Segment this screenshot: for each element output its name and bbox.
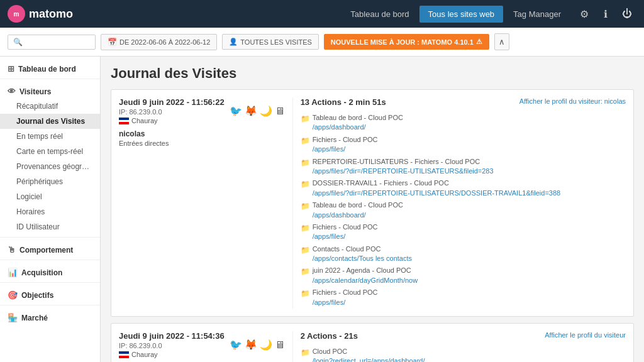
action-content-1-0: Tableau de bord - Cloud POC /apps/dashbo… — [313, 113, 626, 133]
action-link[interactable]: /login?redirect_url=/apps/dashboard/ — [313, 356, 626, 362]
collapse-button[interactable]: ∧ — [494, 33, 509, 50]
marche-icon: 🏪 — [8, 313, 18, 322]
sidebar-item-carte[interactable]: Carte en temps-réel — [0, 144, 100, 159]
nav-tableau-de-bord[interactable]: Tableau de bord — [341, 6, 418, 23]
folder-icon: 📁 — [301, 114, 310, 124]
action-title: REPERTOIRE-UTILISATEURS - Fichiers - Clo… — [313, 157, 626, 167]
logout-icon[interactable]: ⏻ — [618, 4, 636, 23]
action-content-1-5: Fichiers - Cloud POC /apps/files/ — [313, 222, 626, 242]
info-icon[interactable]: ℹ — [596, 4, 615, 23]
visit-left-2: Jeudi 9 juin 2022 - 11:54:36 IP: 86.239.… — [119, 331, 293, 362]
visit-actions-count-1: 13 Actions - 2 min 51s — [301, 97, 386, 107]
folder-icon: 📁 — [301, 179, 310, 190]
sidebar-item-peripheriques[interactable]: Périphériques — [0, 174, 100, 189]
action-link[interactable]: /apps/files/ — [313, 298, 626, 307]
chevron-up-icon: ∧ — [499, 37, 505, 47]
sidebar-acquisition-label: Acquisition — [21, 268, 62, 277]
sidebar-section-label: Tableau de bord — [18, 65, 76, 74]
acquisition-icon: 📊 — [8, 268, 18, 277]
action-link[interactable]: /apps/calendar/dayGridMonth/now — [313, 276, 626, 285]
folder-icon: 📁 — [301, 266, 310, 277]
visit-profile-link-2[interactable]: Afficher le profil du visiteur — [545, 331, 626, 339]
date-range-button[interactable]: 📅 DE 2022-06-06 À 2022-06-12 — [101, 34, 217, 50]
update-label: NOUVELLE MISE À JOUR : MATOMO 4.10.1 — [331, 38, 474, 46]
visit-actions-header-1: 13 Actions - 2 min 51s Afficher le profi… — [301, 97, 626, 107]
action-link[interactable]: /apps/files/ — [313, 145, 626, 154]
flag-icon-2 — [119, 351, 129, 358]
sidebar-item-logiciel[interactable]: Logiciel — [0, 189, 100, 204]
logo-icon: m — [8, 5, 25, 23]
update-notification-button[interactable]: NOUVELLE MISE À JOUR : MATOMO 4.10.1 ⚠ — [324, 34, 489, 50]
sidebar-item-temps-reel[interactable]: En temps réel — [0, 129, 100, 144]
sidebar-section-comportement[interactable]: 🖱 Comportement — [0, 240, 100, 257]
sidebar-section-marche[interactable]: 🏪 Marché — [0, 308, 100, 325]
sidebar-item-provenances[interactable]: Provenances géographiques — [0, 159, 100, 174]
visit-right-1: 13 Actions - 2 min 51s Afficher le profi… — [301, 97, 626, 309]
folder-icon: 📁 — [301, 288, 310, 299]
visits-filter-button[interactable]: 👤 TOUTES LES VISITES — [222, 34, 319, 50]
sidebar-item-recapitulatif[interactable]: Récapitulatif — [0, 99, 100, 114]
sidebar-section-objectifs[interactable]: 🎯 Objectifs — [0, 285, 100, 302]
sidebar: ⊞ Tableau de bord 👁 Visiteurs Récapitula… — [0, 57, 101, 362]
action-row-1-1: 📁 Fichiers - Cloud POC /apps/files/ — [301, 134, 626, 156]
search-box[interactable]: 🔍 — [8, 35, 96, 50]
visit-left-1: Jeudi 9 juin 2022 - 11:56:22 IP: 86.239.… — [119, 97, 293, 309]
visit-profile-link-1[interactable]: Afficher le profil du visiteur: nicolas — [519, 97, 626, 105]
action-content-1-3: DOSSIER-TRAVAIL1 - Fichiers - Cloud POC … — [313, 178, 626, 198]
action-link[interactable]: /apps/files/ — [313, 232, 626, 241]
nav-tag-manager[interactable]: Tag Manager — [504, 6, 570, 23]
bird-icon-1: 🐦 — [230, 105, 242, 117]
folder-icon: 📁 — [301, 223, 310, 234]
action-link[interactable]: /apps/files/?dir=/REPERTOIRE-UTILISATEUR… — [313, 167, 626, 176]
search-input[interactable] — [25, 38, 90, 47]
action-link[interactable]: /apps/dashboard/ — [313, 211, 626, 220]
action-content-1-4: Tableau de bord - Cloud POC /apps/dashbo… — [313, 200, 626, 220]
sidebar-section-acquisition[interactable]: 📊 Acquisition — [0, 263, 100, 280]
visit-right-2: 2 Actions - 21s Afficher le profil du vi… — [301, 331, 626, 362]
sidebar-item-horaires[interactable]: Horaires — [0, 204, 100, 219]
sidebar-visiteurs-label: Visiteurs — [19, 87, 51, 96]
visit-location-1: Chauray — [119, 117, 225, 124]
visit-body-2: Jeudi 9 juin 2022 - 11:54:36 IP: 86.239.… — [119, 331, 626, 362]
action-content-1-8: Fichiers - Cloud POC /apps/files/ — [313, 288, 626, 307]
action-row-1-4: 📁 Tableau de bord - Cloud POC /apps/dash… — [301, 199, 626, 221]
action-title: Contacts - Cloud POC — [313, 244, 626, 254]
action-link[interactable]: /apps/contacts/Tous les contacts — [313, 254, 626, 263]
nav-tous-les-sites[interactable]: Tous les sites web — [419, 6, 504, 23]
action-content-2-0: Cloud POC /login?redirect_url=/apps/dash… — [313, 347, 626, 362]
visit-ip-2: IP: 86.239.0.0 — [119, 342, 225, 349]
user-icon: 👤 — [229, 38, 238, 46]
moon-icon-1: 🌙 — [260, 105, 272, 117]
action-row-2-0: 📁 Cloud POC /login?redirect_url=/apps/da… — [301, 346, 626, 362]
sidebar-item-id-utilisateur[interactable]: ID Utilisateur — [0, 219, 100, 234]
logo-text: matomo — [29, 8, 73, 21]
sidebar-item-journal[interactable]: Journal des Visites — [0, 114, 100, 129]
screen-icon-2: 🖥 — [275, 339, 285, 351]
toolbar: 🔍 📅 DE 2022-06-06 À 2022-06-12 👤 TOUTES … — [0, 28, 644, 57]
action-link[interactable]: /apps/dashboard/ — [313, 123, 626, 132]
sidebar-section-tableau[interactable]: ⊞ Tableau de bord — [0, 59, 100, 76]
action-title: juin 2022 - Agenda - Cloud POC — [313, 266, 626, 275]
action-title: Cloud POC — [313, 347, 626, 356]
visit-card-2: Jeudi 9 juin 2022 - 11:54:36 IP: 86.239.… — [111, 323, 634, 362]
svg-text:m: m — [14, 11, 19, 18]
visit-icons-2: 🐦 🦊 🌙 🖥 — [230, 339, 285, 351]
flag-icon-1 — [119, 118, 129, 124]
grid-icon: ⊞ — [8, 64, 14, 74]
settings-icon[interactable]: ⚙ — [575, 4, 594, 23]
action-row-1-2: 📁 REPERTOIRE-UTILISATEURS - Fichiers - C… — [301, 156, 626, 178]
action-row-1-8: 📁 Fichiers - Cloud POC /apps/files/ — [301, 287, 626, 309]
visit-header-2: Jeudi 9 juin 2022 - 11:54:36 IP: 86.239.… — [119, 331, 285, 358]
objectifs-icon: 🎯 — [8, 290, 18, 300]
action-title: Fichiers - Cloud POC — [313, 288, 626, 297]
search-icon: 🔍 — [13, 38, 23, 47]
sidebar-section-visiteurs[interactable]: 👁 Visiteurs — [0, 82, 100, 99]
action-title: Fichiers - Cloud POC — [313, 222, 626, 232]
visit-meta-1: Jeudi 9 juin 2022 - 11:56:22 IP: 86.239.… — [119, 97, 225, 124]
visitors-icon: 👁 — [8, 87, 16, 96]
page-title: Journal des Visites — [111, 65, 634, 82]
visit-ip-1: IP: 86.239.0.0 — [119, 108, 225, 116]
logo[interactable]: m matomo — [8, 5, 73, 23]
action-link[interactable]: /apps/files/?dir=/REPERTOIRE-UTILISATEUR… — [313, 189, 626, 198]
sidebar-divider-4 — [0, 282, 100, 283]
